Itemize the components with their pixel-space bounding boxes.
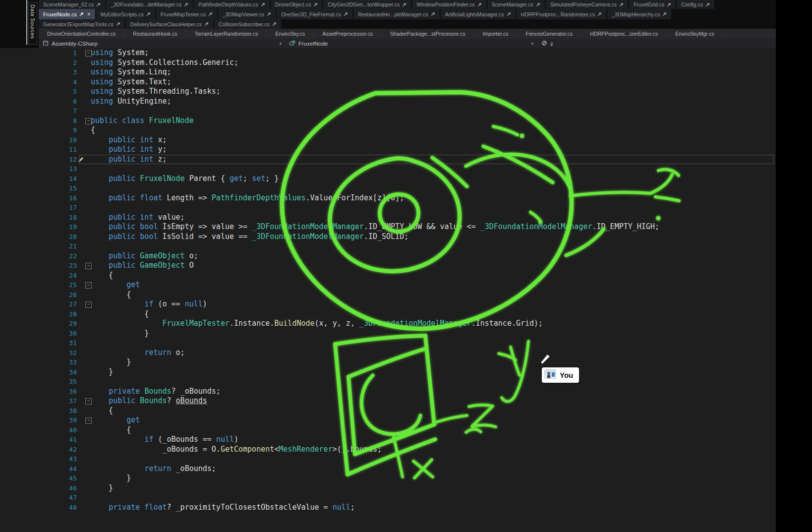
pin-icon[interactable] [619,2,624,7]
breadcrumb-project-dropdown[interactable]: Assembly-CSharp ▾ [39,39,286,48]
fold-collapse-icon[interactable]: − [85,50,92,57]
code-line-21[interactable]: 21 [0,241,776,251]
code-line-9[interactable]: 9{ [0,125,776,135]
code-line-18[interactable]: 18 public int value; [0,213,776,223]
code-text[interactable]: return _oBounds; [91,464,776,474]
tab-HDRPPostproc...izerEditor.cs[interactable]: HDRPPostproc...izerEditor.cs [581,29,667,39]
code-line-10[interactable]: 10 public int x; [0,135,776,145]
tab-DroneOrientationController.cs[interactable]: DroneOrientationController.cs [39,29,124,39]
pin-icon[interactable] [96,2,101,7]
tab-FruxelNode.cs[interactable]: FruxelNode.cs× [39,9,95,19]
code-text[interactable]: get [91,415,776,425]
code-text[interactable]: } [91,367,776,377]
code-line-42[interactable]: 42 _oBounds = O.GetComponent<MeshRendere… [0,445,776,455]
code-text[interactable]: public int y; [91,145,776,155]
code-line-2[interactable]: 2using System.Collections.Generic; [0,58,776,68]
close-icon[interactable]: × [87,12,91,17]
code-text[interactable]: private float? _proximityToClosestObstac… [91,503,776,513]
tab-RestaurantHook.cs[interactable]: RestaurantHook.cs [124,29,186,39]
pin-icon[interactable] [431,12,435,16]
fold-margin[interactable]: − [77,280,91,290]
fold-margin[interactable]: − [77,48,91,58]
code-text[interactable]: } [91,473,776,483]
tab-MyEditorScripts.cs[interactable]: MyEditorScripts.cs [96,9,155,19]
tab-DeliverySurfaceClassHelper.cs[interactable]: DeliverySurfaceClassHelper.cs [126,19,213,29]
code-text[interactable]: { [91,406,776,416]
tab-EnviroSky.cs[interactable]: EnviroSky.cs [267,29,314,39]
code-text[interactable]: public int x; [91,135,776,145]
fold-collapse-icon[interactable]: − [85,301,92,308]
code-line-38[interactable]: 38 { [0,406,776,416]
code-text[interactable]: get [91,280,776,290]
code-text[interactable]: private Bounds? _oBounds; [91,387,776,397]
tab-FruxelMapTester.cs[interactable]: FruxelMapTester.cs [156,9,217,19]
code-text[interactable]: } [91,329,776,339]
code-line-46[interactable]: 46 } [0,483,776,493]
code-line-35[interactable]: 35 [0,377,776,387]
tab-SceneManager_02.cs[interactable]: SceneManager_02.cs [39,0,105,9]
code-line-23[interactable]: 23− public GameObject O [0,261,776,271]
code-text[interactable]: public Bounds? oBounds [91,396,776,406]
code-line-19[interactable]: 19 public bool IsEmpty => value >= _3DFo… [0,222,776,232]
tab-Generator2ExportMapTools.cs[interactable]: Generator2ExportMapTools.cs [39,19,125,29]
code-line-4[interactable]: 4using System.Text; [0,77,776,87]
code-text[interactable]: { [91,425,776,435]
code-line-16[interactable]: 16 public float Length => PathfinderDept… [0,193,776,203]
code-text[interactable]: } [91,357,776,367]
code-text[interactable]: public bool IsSolid => value == _3DFound… [91,232,776,242]
code-line-45[interactable]: 45 } [0,473,776,483]
code-line-44[interactable]: 44 return _oBounds; [0,464,776,474]
tab-RestaurantHo...pleManager.cs[interactable]: RestaurantHo...pleManager.cs [353,9,440,19]
tab-_3DMapViewer.cs[interactable]: _3DMapViewer.cs [218,9,276,19]
pin-icon[interactable] [667,2,671,7]
tab-HDRPPostproc...Randomizer.cs[interactable]: HDRPPostproc...Randomizer.cs [517,9,606,19]
code-text[interactable]: using System.Threading.Tasks; [91,87,776,97]
code-text[interactable] [91,377,776,387]
tab-SceneManager.cs[interactable]: SceneManager.cs [487,0,545,9]
code-line-3[interactable]: 3using System.Linq; [0,67,776,77]
tab-CityGen3DGen...torWrapper.cs[interactable]: CityGen3DGen...torWrapper.cs [323,0,411,9]
tab-OneSec3D_FileFormat.cs[interactable]: OneSec3D_FileFormat.cs [277,9,352,19]
code-text[interactable] [91,454,776,464]
fold-collapse-icon[interactable]: − [85,263,92,269]
breadcrumb-member-dropdown[interactable]: z [537,39,776,48]
fold-collapse-icon[interactable]: − [85,398,92,405]
code-text[interactable]: { [91,309,776,319]
code-line-25[interactable]: 25− get [0,280,776,290]
code-line-47[interactable]: 47 [0,493,776,503]
tab-EnviroSkyMgr.cs[interactable]: EnviroSkyMgr.cs [667,29,723,39]
code-line-29[interactable]: 29 FruxelMapTester.Instance.BuildNode(x,… [0,319,776,329]
code-line-32[interactable]: 32 return o; [0,348,776,358]
pin-icon[interactable] [146,12,151,16]
code-line-6[interactable]: 6using UnityEngine; [0,97,776,107]
code-text[interactable]: using UnityEngine; [91,97,776,107]
code-text[interactable]: _oBounds = O.GetComponent<MeshRenderer>(… [91,445,776,455]
pin-icon[interactable] [208,12,213,16]
code-line-15[interactable]: 15 [0,183,776,193]
code-text[interactable]: using System.Text; [91,77,776,87]
tab-CollisionSubscriber.cs[interactable]: CollisionSubscriber.cs [214,19,281,29]
fold-margin[interactable]: − [77,299,91,309]
code-text[interactable]: { [91,290,776,300]
code-line-11[interactable]: 11 public int y; [0,145,776,155]
code-line-26[interactable]: 26 { [0,290,776,300]
splitter[interactable] [26,0,27,45]
tab-DroneObject.cs[interactable]: DroneObject.cs [271,0,322,9]
tab-PathfinderDepthValues.cs[interactable]: PathfinderDepthValues.cs [194,0,270,9]
code-line-33[interactable]: 33 } [0,357,776,367]
pin-icon[interactable] [272,22,277,26]
code-line-24[interactable]: 24 { [0,271,776,281]
code-text[interactable]: FruxelMapTester.Instance.BuildNode(x, y,… [91,319,776,329]
code-text[interactable]: public int value; [91,213,776,223]
code-line-20[interactable]: 20 public bool IsSolid => value == _3DFo… [0,232,776,242]
code-text[interactable]: using System.Linq; [91,67,776,77]
tab-Config.cs[interactable]: Config.cs [677,0,714,9]
code-line-1[interactable]: 1−using System; [0,48,776,58]
code-text[interactable]: } [91,483,776,493]
tab-SimulatedFisheyeCamera.cs[interactable]: SimulatedFisheyeCamera.cs [546,0,628,9]
chevron-down-icon[interactable]: ▾ [279,41,282,46]
tab-TerrainLayerRandomizer.cs[interactable]: TerrainLayerRandomizer.cs [186,29,267,39]
code-line-22[interactable]: 22 public GameObject o; [0,251,776,261]
code-line-36[interactable]: 36 private Bounds? _oBounds; [0,387,776,397]
code-line-40[interactable]: 40 { [0,425,776,435]
